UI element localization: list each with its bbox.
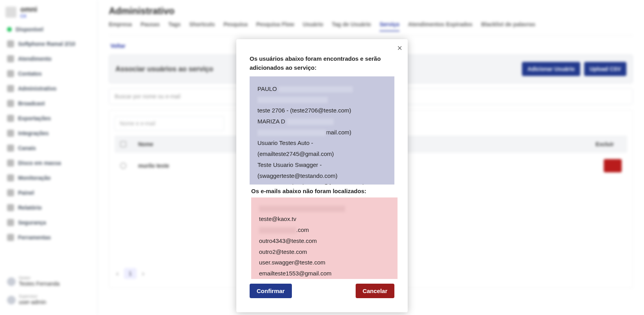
cancel-button[interactable]: Cancelar — [356, 284, 394, 298]
list-item: emailteste1553@gmail.com — [259, 268, 390, 279]
list-item: teste@kaox.tv — [259, 214, 390, 224]
list-item: Usuario Testes Auto - (emailteste2745@gm… — [257, 138, 387, 159]
list-item: PAULO xxxxxxxxxx — [257, 83, 387, 94]
list-item: user.swagger@teste.com — [259, 257, 390, 268]
modal-notfound-label: Os e-mails abaixo não foram localizados: — [236, 185, 408, 196]
list-item: outro2@teste.com — [259, 246, 390, 257]
list-item-text: .com — [296, 226, 309, 233]
redacted-text: xxxxxxxxxx — [259, 206, 345, 212]
list-item: xxxxxxxxxx — [259, 203, 390, 214]
list-item: MARIZA D xxxxx — [257, 116, 387, 127]
list-item: xxxxxxxxxxmail.com) — [257, 127, 387, 138]
confirm-button[interactable]: Confirmar — [250, 284, 292, 298]
list-item: Teste Usuario Swagger - (swaggerteste@te… — [257, 159, 387, 181]
redacted-text: xxxxxxxxxx — [257, 130, 326, 136]
modal-found-label: Os usuários abaixo foram encontrados e s… — [236, 39, 408, 76]
list-item: outro4343@teste.com — [259, 235, 390, 246]
list-item: xxxxxxxxxx — [257, 94, 387, 105]
close-icon[interactable]: × — [397, 44, 402, 52]
notfound-emails-list: xxxxxxxxxx teste@kaox.tv xxxx.com outro4… — [251, 197, 398, 279]
list-item-text: mail.com) — [326, 129, 351, 136]
list-item: teste 2706 - (teste2706@teste.com) — [257, 105, 387, 116]
redacted-text: xxxxx — [287, 119, 334, 125]
list-item-text: PAULO — [257, 85, 277, 92]
redacted-text: xxxxxxxxxx — [279, 86, 353, 92]
list-item: xxxx.com — [259, 224, 390, 235]
list-item: Teste 3108 - (soyix32126@funvane.com) — [257, 181, 387, 184]
found-users-list: PAULO xxxxxxxxxx xxxxxxxxxx teste 2706 -… — [250, 76, 394, 185]
modal-overlay: × Os usuários abaixo foram encontrados e… — [0, 0, 644, 315]
redacted-text: xxxx — [259, 227, 296, 234]
redacted-text: xxxxxxxxxx — [257, 97, 328, 103]
modal: × Os usuários abaixo foram encontrados e… — [236, 39, 408, 312]
list-item-text: MARIZA D — [257, 118, 285, 125]
